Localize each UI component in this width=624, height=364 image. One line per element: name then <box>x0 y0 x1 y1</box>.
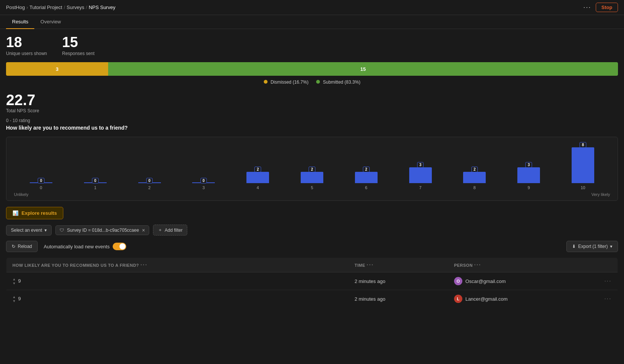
rating-range: 0 - 10 rating <box>6 118 618 123</box>
tab-bar: Results Overview <box>0 15 624 29</box>
nps-x-label: 1 <box>94 185 96 190</box>
select-event-button[interactable]: Select an event ▾ <box>6 225 52 236</box>
table-row[interactable]: ▲▼92 minutes agoOOscar@gmail.com··· <box>6 272 618 290</box>
filter-tag-text: Survey ID = 018d...b-c9ac705ccaee <box>67 228 139 233</box>
nps-bar-group: 00 <box>14 145 68 190</box>
add-filter-button[interactable]: ＋ Add filter <box>153 225 187 236</box>
nps-bar-group: 24 <box>231 145 285 190</box>
nps-x-label: 4 <box>257 185 259 190</box>
explore-results-button[interactable]: 📊 Explore results <box>6 207 63 219</box>
nps-bar-wrapper: 0 <box>30 145 52 183</box>
export-button[interactable]: ⬇ Export (1 filter) ▾ <box>566 241 618 252</box>
nps-bar-fill: 2 <box>463 172 486 183</box>
toggle-knob <box>119 243 125 249</box>
bar-submitted: 15 <box>108 62 618 76</box>
stop-button[interactable]: Stop <box>596 3 618 12</box>
col-question-more[interactable]: ··· <box>140 262 147 268</box>
nps-score-label: Total NPS Score <box>6 108 618 113</box>
nps-bar-zero: 0 <box>192 182 215 183</box>
nps-bar-value-label: 3 <box>417 162 424 168</box>
nps-bar-wrapper: 3 <box>517 145 540 183</box>
sort-arrows: ▲▼ <box>12 295 16 303</box>
axis-label-right: Very likely <box>591 192 610 197</box>
col-time-header: TIME ··· <box>349 258 448 272</box>
nps-bar-value-label: 3 <box>525 162 532 168</box>
nps-bar-value-label: 2 <box>471 167 478 172</box>
nps-x-label: 5 <box>311 185 313 190</box>
bar-chart-icon: 📊 <box>12 210 18 216</box>
breadcrumb-brand[interactable]: PostHog <box>6 5 25 10</box>
table-row[interactable]: ▲▼92 minutes agoLLancer@gmail.com··· <box>6 290 618 308</box>
table-cell-value: ▲▼9 <box>6 290 349 308</box>
nps-bar-wrapper: 3 <box>409 145 432 183</box>
nps-bar-fill: 2 <box>355 172 378 183</box>
tab-overview[interactable]: Overview <box>34 15 67 29</box>
action-bar-left: ↻ Reload Automatically load new events <box>6 241 126 252</box>
nps-bar-value-label: 2 <box>363 167 370 172</box>
chevron-down-icon: ▾ <box>44 228 47 233</box>
nps-bar-wrapper: 2 <box>355 145 378 183</box>
legend-dismissed: Dismissed (16.7%) <box>264 80 309 85</box>
table-cell-time: 2 minutes ago <box>349 290 448 308</box>
breadcrumb-project[interactable]: Tutorial Project <box>29 5 62 10</box>
action-bar: ↻ Reload Automatically load new events ⬇… <box>6 241 618 252</box>
auto-load-switch[interactable] <box>113 243 126 250</box>
stat-responses: 15 Responses sent <box>62 35 95 56</box>
plus-icon: ＋ <box>158 227 162 233</box>
nps-bar-zero: 0 <box>138 182 161 183</box>
nps-bar-zero: 0 <box>30 182 52 183</box>
person-email[interactable]: Lancer@gmail.com <box>465 296 508 302</box>
responses-number: 15 <box>62 35 95 49</box>
row-more-button[interactable]: ··· <box>604 278 612 284</box>
nps-bar-wrapper: 2 <box>246 145 269 183</box>
dismissed-dot <box>264 80 268 84</box>
stat-unique-users: 18 Unique users shown <box>6 35 47 56</box>
bar-legend: Dismissed (16.7%) Submitted (83.3%) <box>6 80 618 85</box>
nps-bar-group: 26 <box>339 145 393 190</box>
col-person-header: PERSON ··· <box>448 258 618 272</box>
sort-arrows: ▲▼ <box>12 277 16 285</box>
nps-bar-zero: 0 <box>84 182 107 183</box>
nps-bar-wrapper: 0 <box>138 145 161 183</box>
nps-bar-group: 39 <box>502 145 556 190</box>
nps-x-label: 6 <box>365 185 367 190</box>
col-person-more[interactable]: ··· <box>474 262 481 268</box>
table-cell-person: LLancer@gmail.com··· <box>448 290 618 308</box>
tab-results[interactable]: Results <box>6 15 34 29</box>
nps-bar-value-label: 2 <box>254 167 261 172</box>
nps-x-label: 10 <box>581 185 585 190</box>
col-time-more[interactable]: ··· <box>367 262 374 268</box>
breadcrumb-page: NPS Survey <box>89 5 115 10</box>
nps-axis-labels: Unlikely Very likely <box>14 190 610 197</box>
nps-bar-fill: 2 <box>301 172 323 183</box>
more-options-button[interactable]: ··· <box>583 3 591 11</box>
nps-bar-wrapper: 2 <box>301 145 323 183</box>
nps-bar-value-label: 0 <box>146 178 153 184</box>
axis-label-left: Unlikely <box>14 192 29 197</box>
table-cell-value: ▲▼9 <box>6 272 349 290</box>
breadcrumb-section[interactable]: Surveys <box>67 5 84 10</box>
nps-bar-fill: 8 <box>572 147 594 183</box>
nps-bar-group: 01 <box>68 145 122 190</box>
avatar: L <box>454 295 462 303</box>
nps-bar-group: 03 <box>176 145 231 190</box>
app-header: PostHog › Tutorial Project / Surveys / N… <box>0 0 624 15</box>
nps-bars-container: 00010203242526372839810 <box>14 145 610 190</box>
nps-bar-value-label: 0 <box>200 178 207 184</box>
stats-row: 18 Unique users shown 15 Responses sent <box>6 35 618 56</box>
person-email[interactable]: Oscar@gmail.com <box>465 278 506 284</box>
nps-bar-fill: 2 <box>246 172 269 183</box>
rating-question: How likely are you to recommend us to a … <box>6 125 618 131</box>
nps-score: 22.7 <box>6 92 618 107</box>
person-cell: LLancer@gmail.com··· <box>454 295 612 303</box>
nps-x-label: 7 <box>419 185 422 190</box>
nps-bar-wrapper: 2 <box>463 145 486 183</box>
auto-load-label: Automatically load new events <box>44 244 110 249</box>
nps-x-label: 0 <box>40 185 42 190</box>
reload-icon: ↻ <box>12 244 15 249</box>
row-more-button[interactable]: ··· <box>604 295 612 302</box>
remove-filter-button[interactable]: × <box>142 228 145 233</box>
bar-dismissed: 3 <box>6 62 108 76</box>
nps-bar-value-label: 8 <box>580 142 586 148</box>
reload-button[interactable]: ↻ Reload <box>6 241 38 252</box>
